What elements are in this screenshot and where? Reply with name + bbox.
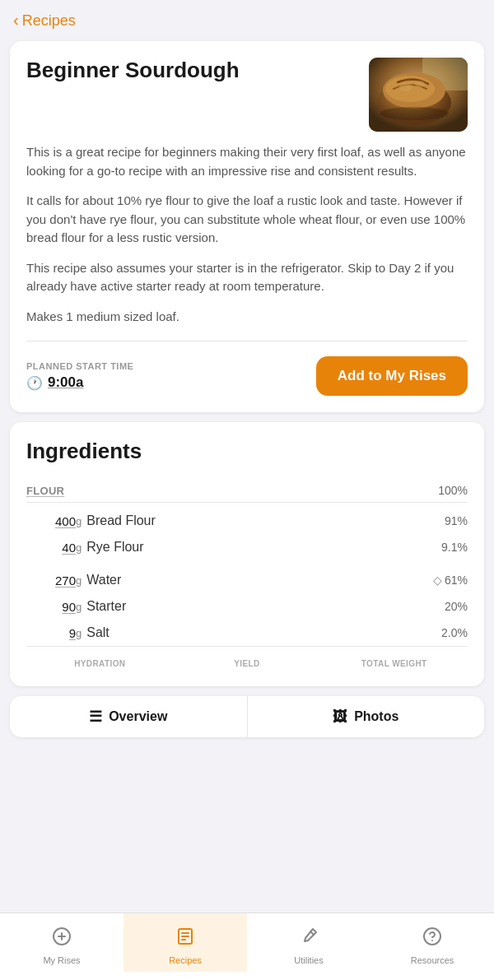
ingredients-title: Ingredients (26, 439, 468, 464)
utilities-icon (299, 927, 319, 951)
recipes-label: Recipes (169, 955, 202, 965)
nav-item-my-rises[interactable]: My Rises (0, 913, 124, 972)
summary-total-weight: TOTAL WEIGHT (320, 655, 468, 670)
svg-line-15 (310, 931, 314, 935)
list-icon: ☰ (89, 708, 102, 726)
hydration-label: HYDRATION (74, 659, 125, 668)
planned-time: 🕐 9:00a (26, 374, 133, 391)
utilities-label: Utilities (294, 955, 323, 965)
starter-pct: 20% (445, 600, 468, 613)
ingredients-section: Ingredients FLOUR 100% 400 g Bread Flour… (10, 422, 484, 686)
recipe-desc-2: It calls for about 10% rye flour to give… (26, 192, 468, 248)
summary-row: HYDRATION YIELD TOTAL WEIGHT (26, 646, 468, 670)
my-rises-icon (52, 927, 72, 951)
starter-name: Starter (86, 599, 445, 614)
rye-flour-pct: 9.1% (441, 541, 468, 554)
recipe-desc-4: Makes 1 medium sized loaf. (26, 308, 468, 327)
yield-label: YIELD (234, 659, 259, 668)
water-amount: 270 (33, 574, 76, 588)
flour-group-label: FLOUR (26, 485, 64, 497)
salt-unit: g (76, 627, 82, 639)
nav-item-utilities[interactable]: Utilities (247, 913, 370, 972)
planned-label: PLANNED START TIME (26, 361, 133, 371)
clock-icon: 🕐 (26, 375, 43, 391)
back-label: Recipes (22, 12, 76, 30)
svg-point-7 (380, 107, 449, 120)
starter-unit: g (76, 601, 82, 613)
water-pct: ◇ 61% (433, 574, 468, 587)
recipe-desc-3: This recipe also assumes your starter is… (26, 259, 468, 296)
water-name: Water (86, 573, 433, 588)
photos-tab[interactable]: 🖼 Photos (247, 696, 485, 737)
planned-section: PLANNED START TIME 🕐 9:00a Add to My Ris… (26, 356, 468, 396)
bread-flour-pct: 91% (445, 514, 468, 527)
bread-flour-name: Bread Flour (86, 513, 445, 528)
bread-image (369, 58, 468, 132)
svg-point-5 (399, 83, 412, 91)
starter-amount: 90 (33, 600, 76, 614)
back-button[interactable]: ‹ Recipes (13, 12, 481, 30)
overview-label: Overview (109, 709, 167, 724)
bottom-nav: My Rises Recipes Utilities (0, 913, 494, 980)
salt-amount: 9 (33, 626, 76, 640)
recipe-header: Beginner Sourdough (26, 58, 468, 132)
svg-point-6 (415, 81, 425, 87)
recipes-icon (175, 927, 195, 951)
recipe-body: This is a great recipe for beginners mak… (26, 143, 468, 326)
bread-flour-unit: g (76, 515, 82, 527)
add-to-rises-button[interactable]: Add to My Rises (316, 356, 468, 396)
nav-item-recipes[interactable]: Recipes (124, 913, 247, 972)
planned-time-block: PLANNED START TIME 🕐 9:00a (26, 361, 133, 391)
ingredient-row-starter: 90 g Starter 20% (26, 593, 468, 620)
ingredient-row-rye-flour: 40 g Rye Flour 9.1% (26, 534, 468, 560)
overview-tab[interactable]: ☰ Overview (10, 696, 247, 737)
water-unit: g (76, 574, 82, 587)
salt-name: Salt (86, 625, 441, 640)
total-weight-label: TOTAL WEIGHT (361, 659, 427, 668)
back-chevron-icon: ‹ (13, 11, 19, 30)
recipe-card: Beginner Sourdough (10, 41, 484, 412)
nav-item-resources[interactable]: Resources (370, 913, 494, 972)
droplet-icon: ◇ (433, 574, 442, 587)
resources-label: Resources (411, 955, 454, 965)
recipe-thumbnail (369, 58, 468, 132)
rye-flour-unit: g (76, 541, 82, 554)
flour-group-pct: 100% (438, 484, 468, 497)
summary-hydration: HYDRATION (26, 655, 174, 670)
photos-label: Photos (354, 709, 398, 724)
ingredient-row-bread-flour: 400 g Bread Flour 91% (26, 508, 468, 534)
rye-flour-amount: 40 (33, 541, 76, 555)
ingredient-row-water: 270 g Water ◇ 61% (26, 567, 468, 593)
salt-pct: 2.0% (441, 626, 468, 639)
divider (26, 341, 468, 341)
planned-time-value: 9:00a (48, 374, 83, 391)
ingredient-row-salt: 9 g Salt 2.0% (26, 620, 468, 646)
recipe-title: Beginner Sourdough (26, 58, 359, 83)
recipe-desc-1: This is a great recipe for beginners mak… (26, 143, 468, 180)
top-bar: ‹ Recipes (0, 0, 494, 36)
my-rises-label: My Rises (43, 955, 80, 965)
flour-group-header: FLOUR 100% (26, 479, 468, 503)
summary-yield: YIELD (174, 655, 321, 670)
rye-flour-name: Rye Flour (86, 540, 441, 555)
tab-bar: ☰ Overview 🖼 Photos (10, 696, 484, 737)
bread-flour-amount: 400 (33, 514, 76, 528)
resources-icon (422, 927, 442, 951)
photo-icon: 🖼 (333, 708, 347, 726)
